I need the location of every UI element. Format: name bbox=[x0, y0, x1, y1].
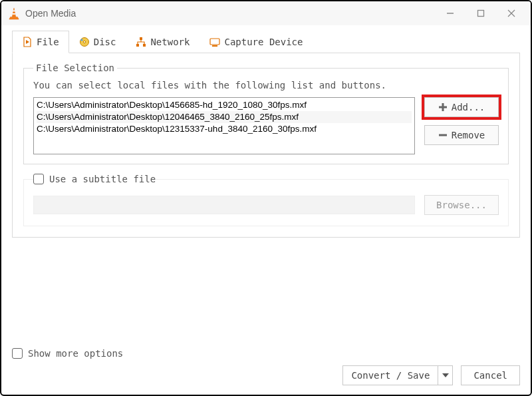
file-list[interactable]: C:\Users\Administrator\Desktop\1456685-h… bbox=[33, 97, 415, 154]
svg-marker-18 bbox=[442, 373, 449, 377]
convert-save-button[interactable]: Convert / Save bbox=[342, 365, 453, 385]
minimize-button[interactable] bbox=[435, 3, 466, 24]
file-icon bbox=[22, 37, 33, 47]
remove-button[interactable]: Remove bbox=[424, 125, 499, 145]
svg-rect-10 bbox=[140, 37, 142, 40]
cancel-button-label: Cancel bbox=[473, 370, 507, 381]
file-panel: File Selection You can select local file… bbox=[12, 53, 520, 238]
tab-network-label: Network bbox=[150, 37, 190, 47]
svg-rect-1 bbox=[13, 13, 16, 15]
file-selection-hint: You can select local files with the foll… bbox=[33, 80, 499, 91]
tab-capture[interactable]: Capture Device bbox=[200, 31, 313, 53]
maximize-button[interactable] bbox=[466, 3, 496, 24]
tab-disc-label: Disc bbox=[94, 37, 116, 47]
remove-button-label: Remove bbox=[452, 130, 485, 140]
show-more-options-label: Show more options bbox=[28, 348, 123, 359]
file-selection-group: File Selection You can select local file… bbox=[23, 63, 509, 164]
convert-save-label[interactable]: Convert / Save bbox=[343, 366, 438, 385]
window-title: Open Media bbox=[25, 8, 435, 19]
show-more-options-checkbox[interactable] bbox=[12, 348, 23, 359]
subtitle-input bbox=[33, 196, 415, 214]
add-button[interactable]: Add... bbox=[424, 97, 499, 117]
use-subtitle-label: Use a subtitle file bbox=[49, 174, 156, 184]
titlebar: Open Media bbox=[1, 1, 531, 25]
browse-button: Browse... bbox=[424, 195, 499, 215]
minus-icon bbox=[438, 130, 448, 140]
tab-file[interactable]: File bbox=[12, 31, 69, 53]
tabs: File Disc Network Capture Device bbox=[12, 31, 520, 53]
svg-rect-12 bbox=[143, 44, 146, 47]
svg-point-8 bbox=[83, 41, 85, 43]
chevron-down-icon bbox=[442, 373, 449, 377]
svg-rect-11 bbox=[136, 44, 139, 47]
browse-button-label: Browse... bbox=[436, 200, 487, 210]
disc-icon bbox=[79, 37, 90, 47]
cancel-button[interactable]: Cancel bbox=[461, 365, 520, 385]
svg-rect-0 bbox=[13, 11, 15, 12]
plus-icon bbox=[438, 102, 448, 112]
svg-marker-6 bbox=[26, 40, 29, 44]
list-item[interactable]: C:\Users\Administrator\Desktop\1456685-h… bbox=[37, 99, 412, 111]
dialog-buttons: Convert / Save Cancel bbox=[12, 365, 520, 385]
svg-rect-13 bbox=[210, 39, 219, 45]
svg-rect-14 bbox=[212, 45, 217, 47]
svg-point-9 bbox=[80, 39, 82, 41]
use-subtitle-checkbox[interactable] bbox=[33, 174, 44, 184]
convert-save-dropdown[interactable] bbox=[438, 366, 452, 385]
tab-disc[interactable]: Disc bbox=[69, 31, 126, 53]
list-item[interactable]: C:\Users\Administrator\Desktop\12315337-… bbox=[37, 123, 412, 135]
svg-rect-3 bbox=[478, 11, 484, 17]
file-selection-legend: File Selection bbox=[33, 63, 117, 73]
tab-capture-label: Capture Device bbox=[224, 37, 303, 47]
window-controls bbox=[435, 3, 527, 24]
capture-icon bbox=[209, 37, 220, 47]
add-button-label: Add... bbox=[452, 102, 485, 112]
list-item[interactable]: C:\Users\Administrator\Desktop\12046465_… bbox=[37, 111, 412, 123]
close-button[interactable] bbox=[496, 3, 527, 24]
network-icon bbox=[136, 37, 146, 47]
tab-network[interactable]: Network bbox=[126, 31, 200, 53]
tab-file-label: File bbox=[37, 37, 59, 47]
vlc-cone-icon bbox=[8, 7, 20, 19]
subtitle-group: Use a subtitle file Browse... bbox=[23, 174, 509, 226]
